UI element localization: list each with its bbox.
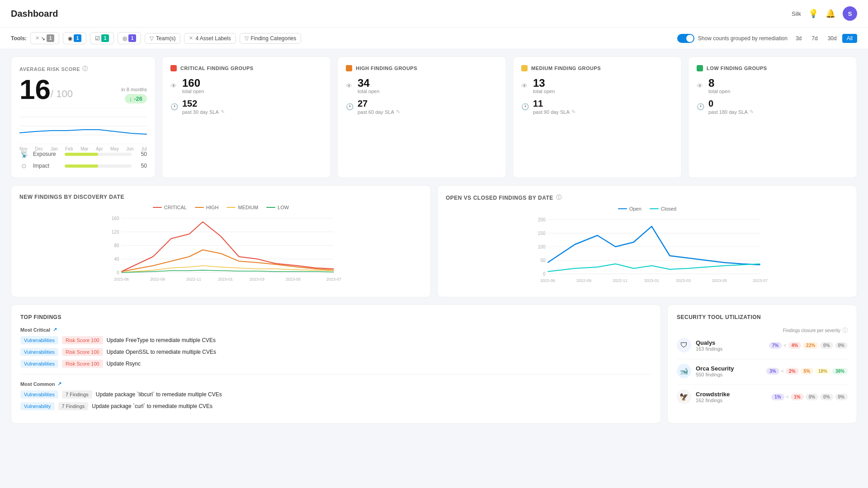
legend-line-high xyxy=(195,207,204,208)
time-pill-30d[interactable]: 30d xyxy=(823,34,841,43)
impact-label: Impact xyxy=(33,163,60,169)
finding-text-c1: Update package `libcurl` to remediate mu… xyxy=(96,391,222,398)
legend-line-medium xyxy=(226,207,236,208)
cs-pct-4: 0% xyxy=(835,394,848,400)
avatar[interactable]: S xyxy=(843,6,857,21)
tool-chip-2[interactable]: ◉ 1 xyxy=(63,32,86,44)
tool-chip-1[interactable]: ✕ ↘ 1 xyxy=(30,32,59,44)
impact-icon: ⊙ xyxy=(19,162,28,169)
filter-icon: ▽ xyxy=(150,35,154,42)
risk-bars: 📡 Exposure 50 ⊙ Impact 50 xyxy=(19,150,147,169)
tool-divider-1 xyxy=(677,359,848,359)
orca-pct-0: 3% xyxy=(766,368,779,375)
x-icon: ✕ xyxy=(35,35,39,41)
cs-pct-0: 1% xyxy=(771,394,784,400)
high-title-row: HIGH FINDING GROUPS xyxy=(346,65,498,71)
header: Dashboard Silk 💡 🔔 S xyxy=(0,0,868,28)
security-tool-card: SECURITY TOOL UTILIZATION Findings closu… xyxy=(667,305,857,423)
remediation-toggle[interactable] xyxy=(677,34,694,43)
tool-divider-2 xyxy=(677,385,848,385)
edit-icon-med[interactable]: ✎ xyxy=(571,109,576,115)
time-pill-7d[interactable]: 7d xyxy=(807,34,822,43)
tag-vuln-1: Vulnerabilities xyxy=(20,336,58,344)
eye-icon: 👁 xyxy=(170,82,179,89)
crowdstrike-findings: 162 findings xyxy=(696,398,767,403)
impact-track xyxy=(65,164,132,168)
time-pills: 3d 7d 30d All xyxy=(791,34,857,43)
risk-months: in 8 months xyxy=(121,87,147,92)
exposure-bar: 📡 Exposure 50 xyxy=(19,150,147,158)
finding-categories-filter[interactable]: ▽ Finding Categories xyxy=(240,33,302,44)
most-common-subtitle: Most Common ↗ xyxy=(20,381,651,387)
tool-icon-4: ◎ xyxy=(123,35,127,42)
open-closed-legend: Open Closed xyxy=(446,206,849,211)
most-critical-subtitle: Most Critical ↗ xyxy=(20,327,651,333)
svg-text:200: 200 xyxy=(538,217,546,222)
critical-finding-card: CRITICAL FINDING GROUPS 👁 160 total open… xyxy=(162,56,331,178)
medium-title-row: MEDIUM FINDING GROUPS xyxy=(521,65,673,71)
tool-badge-4: 1 xyxy=(128,34,136,42)
critical-sla-row: 🕐 152 past 30 day SLA ✎ xyxy=(170,99,322,115)
legend-critical-label: CRITICAL xyxy=(164,205,187,210)
new-findings-chart-title: NEW FINDINGS BY DISCOVERY DATE xyxy=(19,194,422,200)
qualys-info: Qualys 163 findings xyxy=(696,339,764,352)
impact-bar: ⊙ Impact 50 xyxy=(19,162,147,169)
edit-icon[interactable]: ✎ xyxy=(221,109,225,115)
high-sla-num: 27 xyxy=(358,99,400,109)
low-sla-label: past 180 day SLA ✎ xyxy=(708,109,754,115)
open-closed-chart-card: OPEN VS CLOSED FINDINGS BY DATE ⓘ Open C… xyxy=(437,185,857,297)
page-title: Dashboard xyxy=(11,9,58,19)
high-finding-card: HIGH FINDING GROUPS 👁 34 total open 🕐 27… xyxy=(337,56,506,178)
chevron-icon-cs: < xyxy=(786,394,789,399)
medium-total: 13 xyxy=(533,78,555,89)
eye-icon-med: 👁 xyxy=(521,82,529,89)
legend-closed: Closed xyxy=(650,206,676,211)
edit-icon-high[interactable]: ✎ xyxy=(396,109,400,115)
header-icons: Silk 💡 🔔 S xyxy=(792,6,857,21)
svg-text:2023-07: 2023-07 xyxy=(753,278,768,283)
critical-total-label: total open xyxy=(182,89,204,94)
edit-icon-low[interactable]: ✎ xyxy=(750,109,754,115)
new-findings-chart-card: NEW FINDINGS BY DISCOVERY DATE CRITICAL … xyxy=(11,185,431,297)
open-closed-svg: 200 150 100 50 0 2022-06 2022-09 2022-11… xyxy=(446,215,849,289)
new-findings-legend: CRITICAL HIGH MEDIUM LOW xyxy=(19,205,422,210)
orca-pcts: 3% < 2% 5% 18% 38% xyxy=(766,368,848,375)
tool-chip-3[interactable]: ☑ 1 xyxy=(90,32,114,44)
qualys-pct-2: 22% xyxy=(803,342,818,349)
tool-chip-4[interactable]: ◎ 1 xyxy=(118,32,141,44)
legend-high-label: HIGH xyxy=(206,205,219,210)
bell-icon[interactable]: 🔔 xyxy=(826,9,835,19)
svg-text:160: 160 xyxy=(112,216,119,221)
svg-text:2022-09: 2022-09 xyxy=(150,277,165,282)
bottom-row: TOP FINDINGS Most Critical ↗ Vulnerabili… xyxy=(11,305,857,423)
tag-vuln-3: Vulnerabilities xyxy=(20,360,58,368)
low-total: 8 xyxy=(708,78,730,89)
external-link-icon-2[interactable]: ↗ xyxy=(57,381,61,387)
findings-divider xyxy=(20,374,651,375)
risk-score-row: 16 / 100 in 8 months ↓ -26 xyxy=(19,75,147,103)
toggle-label: Show counts grouped by remediation xyxy=(698,35,788,42)
tool-row-orca: 🐋 Orca Security 550 findings 3% < 2% 5% … xyxy=(677,364,848,378)
legend-medium-label: MEDIUM xyxy=(238,205,258,210)
toggle-knob xyxy=(686,35,693,42)
high-total-label: total open xyxy=(358,89,379,94)
time-pill-3d[interactable]: 3d xyxy=(791,34,806,43)
low-sla-row: 🕐 0 past 180 day SLA ✎ xyxy=(697,99,849,115)
bulb-icon[interactable]: 💡 xyxy=(808,9,818,19)
medium-finding-card: MEDIUM FINDING GROUPS 👁 13 total open 🕐 … xyxy=(513,56,682,178)
teams-filter[interactable]: ▽ Team(s) xyxy=(145,33,180,44)
info-icon-chart: ⓘ xyxy=(556,194,562,202)
tag-findings-c1: 7 Findings xyxy=(62,390,92,399)
legend-line-open xyxy=(618,208,627,209)
critical-dot xyxy=(170,65,177,71)
external-link-icon[interactable]: ↗ xyxy=(53,327,57,333)
exposure-fill xyxy=(65,153,98,156)
svg-text:2023-05: 2023-05 xyxy=(286,277,301,282)
user-name-label: Silk xyxy=(792,10,801,17)
arrow-down-icon: ↓ xyxy=(129,95,132,102)
finding-row-critical-2: Vulnerabilities Risk Score 100 Update Op… xyxy=(20,348,651,356)
low-title: LOW FINDING GROUPS xyxy=(707,66,767,71)
time-pill-all[interactable]: All xyxy=(842,34,857,43)
cs-pct-1: 1% xyxy=(791,394,803,400)
asset-labels-filter[interactable]: ✕ 4 Asset Labels xyxy=(184,33,236,44)
